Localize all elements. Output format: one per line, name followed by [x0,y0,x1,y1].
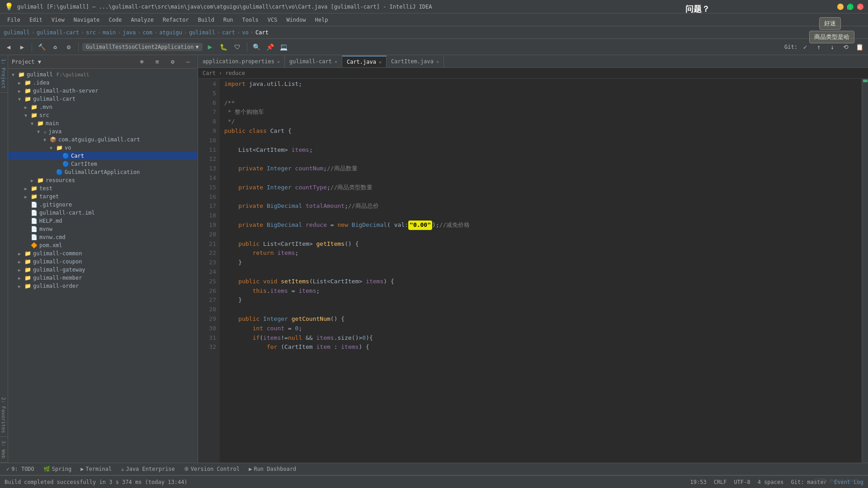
tree-item-java[interactable]: ▼ ☕ java [8,127,198,136]
tree-item-cart-root[interactable]: ▼ 📁 gulimall-cart [8,95,198,103]
menu-refactor[interactable]: Refactor [159,16,193,24]
tree-item-vo[interactable]: ▼ 📁 vo [8,144,198,152]
nav-gulimall2[interactable]: gulimall [189,29,215,36]
tree-item-idea[interactable]: ▶ 📁 .idea [8,79,198,87]
bottom-tab-todo[interactable]: ✓ 9: TODO [4,465,37,473]
tree-item-common[interactable]: ▶ 📁 gulimall-common [8,249,198,258]
toolbar-settings-button[interactable]: ⚙ [63,41,75,53]
sidebar-close-button[interactable]: — [182,56,194,68]
code-editor[interactable]: import java.util.List; ▼ /** * 整个购物车 */ [220,79,862,463]
bottom-tab-spring[interactable]: 🌿 Spring [41,465,74,473]
tab-close-gulimall-cart[interactable]: ✕ [335,59,337,64]
minimize-button[interactable]: ─ [837,4,844,10]
line-4: 4 [202,80,216,89]
git-annotate-button[interactable]: 📋 [854,41,865,53]
menu-tools[interactable]: Tools [239,16,262,24]
bottom-tab-run-dashboard[interactable]: ▶ Run Dashboard [246,465,299,473]
nav-src[interactable]: src [86,29,96,36]
search-button[interactable]: 🔍 [251,41,263,53]
run-config-selector[interactable]: GulimallTestSsoClient2Application ▼ [82,43,203,51]
menu-help[interactable]: Help [311,16,332,24]
tree-item-cartitem-class[interactable]: 🔵 CartItem [8,160,198,168]
close-button[interactable]: ✕ [857,4,863,10]
tab-cart-java[interactable]: Cart.java ✕ [342,56,387,67]
nav-gulimall-cart[interactable]: gulimall-cart [37,29,79,36]
tree-item-cart-class[interactable]: 🔵 Cart [8,152,198,160]
nav-main[interactable]: main [103,29,116,36]
tree-item-mvnwcmd[interactable]: 📄 mvnw.cmd [8,233,198,241]
maximize-button[interactable]: □ [847,4,854,10]
nav-Cart[interactable]: Cart [255,29,269,36]
menu-window[interactable]: Window [283,16,309,24]
menu-run[interactable]: Run [220,16,237,24]
sidebar-locate-button[interactable]: ⊕ [136,56,148,68]
nav-cart[interactable]: cart [222,29,235,36]
tree-label-idea: .idea [33,80,49,86]
menu-edit[interactable]: Edit [26,16,46,24]
tree-item-gateway[interactable]: ▶ 📁 gulimall-gateway [8,266,198,274]
terminal-button[interactable]: 💻 [278,41,290,53]
nav-java[interactable]: java [123,29,136,36]
tree-item-resources[interactable]: ▶ 📁 resources [8,176,198,184]
menu-vcs[interactable]: VCS [264,16,281,24]
expand-arrow-mvn: ▶ [24,105,31,110]
sidebar-collapse-button[interactable]: ≡ [151,56,163,68]
tab-close-cart-java[interactable]: ✕ [379,60,382,65]
menu-navigate[interactable]: Navigate [70,16,104,24]
tab-close-application-properties[interactable]: ✕ [277,59,280,64]
nav-gulimall[interactable]: gulimall [4,29,30,36]
bottom-tab-java-enterprise[interactable]: ☕ Java Enterprise [118,465,178,473]
tab-application-properties[interactable]: application.properties ✕ [198,56,285,67]
menu-file[interactable]: File [4,16,24,24]
git-history-button[interactable]: ⟲ [840,41,852,53]
status-event-log[interactable]: Event Log [834,479,863,485]
tree-item-app-class[interactable]: 🔵 GulimallCartApplication [8,168,198,176]
tree-item-order[interactable]: ▶ 📁 gulimall-order [8,282,198,290]
tree-item-package[interactable]: ▼ 📦 com.atguigu.gulimall.cart [8,136,198,144]
menu-build[interactable]: Build [194,16,218,24]
tree-item-pom[interactable]: 🔶 pom.xml [8,241,198,249]
bottom-tab-terminal[interactable]: ▶ Terminal [78,465,114,473]
git-commit-button[interactable]: ✓ [799,41,811,53]
sidebar-settings-button[interactable]: ⚙ [167,56,179,68]
toolbar-back-button[interactable]: ◀ [3,41,14,53]
menu-code[interactable]: Code [105,16,126,24]
toolbar-rebuild-button[interactable]: ♻ [49,41,61,53]
coverage-button[interactable]: 🛡 [231,41,243,53]
git-pull-button[interactable]: ↓ [826,41,838,53]
tree-item-help[interactable]: 📄 HELP.md [8,217,198,225]
panel-tab-project[interactable]: 1: Project [0,55,8,93]
menu-analyze[interactable]: Analyze [127,16,157,24]
token-List-11: List [238,145,252,155]
tree-item-test[interactable]: ▶ 📁 test [8,184,198,192]
bookmark-button[interactable]: 📌 [264,41,276,53]
toolbar-build-button[interactable]: 🔨 [36,41,47,53]
nav-atguigu[interactable]: atguigu [159,29,182,36]
tab-cartitem-java[interactable]: CartItem.java ✕ [387,56,444,67]
tab-gulimall-cart[interactable]: gulimall-cart ✕ [285,56,342,67]
nav-vo[interactable]: vo [242,29,248,36]
tree-item-member[interactable]: ▶ 📁 gulimall-member [8,274,198,282]
tree-item-gulimall[interactable]: ▼ 📁 gulimall F:\gulimall [8,70,198,79]
tree-item-coupon[interactable]: ▶ 📁 gulimall-coupon [8,258,198,266]
token-items-11: items [292,145,309,155]
panel-tab-web[interactable]: 3: Web [0,437,8,463]
nav-com[interactable]: com [142,29,152,36]
tree-item-iml[interactable]: 📄 gulimall-cart.iml [8,209,198,217]
tree-item-target[interactable]: ▶ 📁 target [8,192,198,201]
tree-item-mvnw[interactable]: 📄 mvnw [8,225,198,233]
tree-item-auth-server[interactable]: ▶ 📁 gulimall-auth-server [8,87,198,95]
git-push-button[interactable]: ↑ [813,41,825,53]
menu-view[interactable]: View [48,16,68,24]
tree-item-gitignore[interactable]: 📄 .gitignore [8,201,198,209]
token-paren-29: () { [330,314,344,324]
panel-tab-favorites[interactable]: 2: Favorites [0,394,8,437]
run-button[interactable]: ▶ [204,41,216,53]
debug-button[interactable]: 🐛 [218,41,230,53]
tree-item-src[interactable]: ▼ 📁 src [8,111,198,119]
tab-close-cartitem-java[interactable]: ✕ [436,59,439,64]
toolbar-forward-button[interactable]: ▶ [16,41,28,53]
bottom-tab-version-control[interactable]: ⑨ Version Control [181,465,242,473]
tree-item-main[interactable]: ▼ 📁 main [8,119,198,127]
tree-item-mvn[interactable]: ▶ 📁 .mvn [8,103,198,111]
